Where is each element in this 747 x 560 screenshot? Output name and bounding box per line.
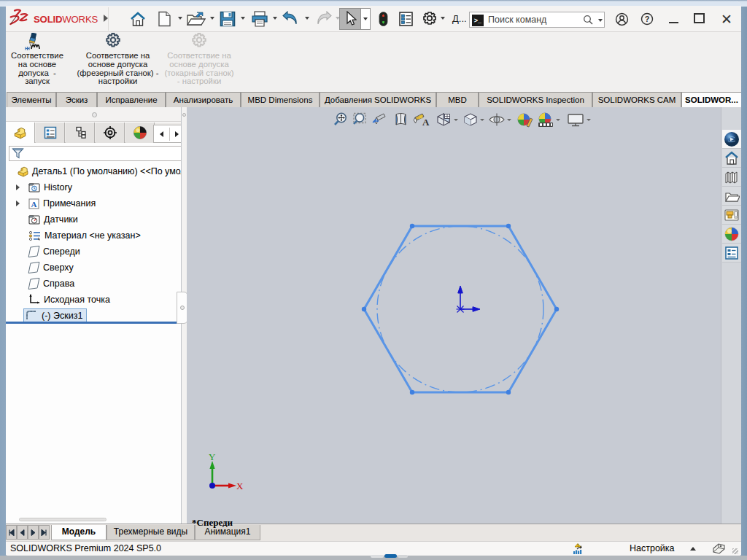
svg-text:Y: Y <box>209 451 216 462</box>
svg-text:X: X <box>236 481 244 491</box>
svg-text:A: A <box>31 199 37 208</box>
svg-text:SOLIDWORKS: SOLIDWORKS <box>34 14 98 25</box>
svg-text:?: ? <box>645 15 650 23</box>
